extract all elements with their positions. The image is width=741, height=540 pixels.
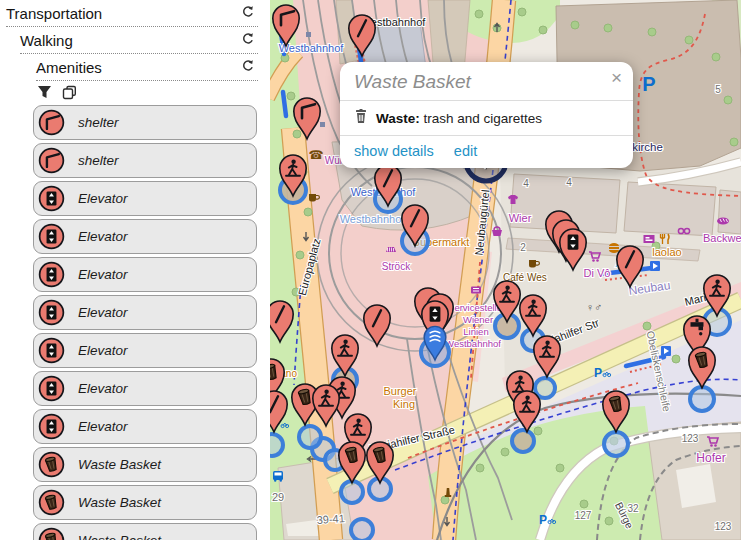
marker-highlight-ring[interactable] xyxy=(690,387,714,411)
list-item-label: Elevator xyxy=(78,343,128,358)
map-label: 4 xyxy=(523,178,529,189)
list-item-waste[interactable]: Waste Basket xyxy=(33,485,257,520)
marker-highlight-ring[interactable] xyxy=(270,434,283,456)
marker-highlight-ring[interactable] xyxy=(299,426,321,448)
list-item-label: shelter xyxy=(78,153,119,168)
tree-icon xyxy=(571,21,579,29)
list-item-elevator[interactable]: Elevator xyxy=(33,257,257,292)
elevator-icon xyxy=(38,261,65,288)
map-label: Burger xyxy=(383,385,416,397)
copy-icon[interactable] xyxy=(61,85,77,101)
show-details-link[interactable]: show details xyxy=(354,143,434,159)
tree-icon xyxy=(648,28,656,36)
list-item-label: Waste Basket xyxy=(78,495,161,510)
list-item-elevator[interactable]: Elevator xyxy=(33,219,257,254)
map-label: 123 xyxy=(715,521,732,532)
map-label: Westbahnhof xyxy=(340,213,406,225)
reload-icon[interactable] xyxy=(240,32,256,48)
poi-tv-icon xyxy=(644,235,655,243)
tree-icon xyxy=(539,26,547,34)
map-label: 39-41 xyxy=(316,512,345,526)
filter-icon[interactable] xyxy=(36,85,52,101)
walking-label: Walking xyxy=(20,32,73,49)
svg-text:P: P xyxy=(539,513,547,527)
list-item-label: Waste Basket xyxy=(78,457,161,472)
popup-waste-value: trash and cigarettes xyxy=(424,111,543,126)
reload-icon[interactable] xyxy=(240,59,256,75)
list-item-elevator[interactable]: Elevator xyxy=(33,371,257,406)
waste-icon xyxy=(38,451,65,478)
list-item-label: Elevator xyxy=(78,381,128,396)
selected-way-segment[interactable] xyxy=(283,92,286,116)
map-label: laolao xyxy=(652,246,681,258)
map-label: Hofer xyxy=(696,451,725,465)
list-item-label: Elevator xyxy=(78,191,128,206)
map-label: 123 xyxy=(682,433,699,444)
elevator-icon xyxy=(38,375,65,402)
tree-icon xyxy=(441,496,449,504)
amenity-list: sheltershelterElevatorElevatorElevatorEl… xyxy=(0,105,270,540)
poi-rail-icon xyxy=(471,287,481,294)
elevator-icon xyxy=(38,337,65,364)
list-item-label: Elevator xyxy=(78,305,128,320)
map-label: 5 xyxy=(715,84,721,95)
transportation-label: Transportation xyxy=(6,5,102,22)
svg-text:P: P xyxy=(594,366,602,380)
reload-icon[interactable] xyxy=(240,5,256,21)
list-item-waste[interactable]: Waste Basket xyxy=(33,447,257,482)
map-label: 29 xyxy=(272,491,284,503)
map-label: 4 xyxy=(566,177,572,188)
map-label: Backwer xyxy=(703,232,741,244)
elevator-icon xyxy=(38,223,65,250)
svg-text:♀♂: ♀♂ xyxy=(586,301,603,313)
popup-waste-key: Waste: xyxy=(376,111,420,126)
list-item-label: Waste Basket xyxy=(78,533,161,540)
list-item-elevator[interactable]: Elevator xyxy=(33,181,257,216)
close-icon[interactable]: × xyxy=(609,66,624,89)
list-item-elevator[interactable]: Elevator xyxy=(33,409,257,444)
app-window: ☎†♀♂PPPPWestbahnhofWestbahnhofWestbahnho… xyxy=(0,0,741,540)
tree-icon xyxy=(287,92,295,100)
map-area xyxy=(676,464,716,508)
list-item-waste[interactable]: Waste Basket xyxy=(33,523,257,540)
tree-icon xyxy=(534,427,542,435)
tree-icon xyxy=(604,24,612,32)
map-area xyxy=(624,182,716,236)
elevator-icon xyxy=(38,413,65,440)
list-item-label: shelter xyxy=(78,115,119,130)
tree-icon xyxy=(643,322,651,330)
marker-highlight-ring[interactable] xyxy=(351,519,373,540)
edit-link[interactable]: edit xyxy=(454,143,477,159)
marker-highlight-ring[interactable] xyxy=(512,430,534,452)
list-item-label: Elevator xyxy=(78,229,128,244)
marker-highlight-ring[interactable] xyxy=(604,432,628,456)
elevator-icon xyxy=(38,299,65,326)
waste-basket-popup: × Waste Basket Waste: trash and cigarett… xyxy=(340,62,633,168)
map-label: Westbahnhof xyxy=(445,338,501,349)
sidebar: Transportation Walking Amenities xyxy=(0,0,270,540)
poi-bread-icon xyxy=(717,218,729,225)
popup-waste-row: Waste: trash and cigarettes xyxy=(340,101,633,136)
elevator-icon xyxy=(38,185,65,212)
list-item-shelter[interactable]: shelter xyxy=(33,143,257,178)
sidebar-item-transportation[interactable]: Transportation xyxy=(6,0,258,27)
marker-highlight-ring[interactable] xyxy=(535,378,555,398)
popup-title: Waste Basket xyxy=(340,62,633,101)
map-label: Wier xyxy=(509,212,532,224)
list-item-elevator[interactable]: Elevator xyxy=(33,333,257,368)
sidebar-item-amenities[interactable]: Amenities xyxy=(36,54,258,81)
list-item-elevator[interactable]: Elevator xyxy=(33,295,257,330)
list-item-shelter[interactable]: shelter xyxy=(33,105,257,140)
tree-icon xyxy=(476,464,484,472)
tree-icon xyxy=(556,464,564,472)
sidebar-item-walking[interactable]: Walking xyxy=(20,27,258,54)
shelter-icon xyxy=(38,109,65,136)
tree-icon xyxy=(304,208,312,216)
popup-links: show details edit xyxy=(340,136,633,168)
poi-toilets-icon: ♀♂ xyxy=(586,301,603,313)
tree-icon xyxy=(501,448,509,456)
tree-icon xyxy=(712,53,720,61)
tree-icon xyxy=(475,10,483,18)
popup-waste-text: Waste: trash and cigarettes xyxy=(376,111,542,126)
tree-icon xyxy=(580,500,588,508)
